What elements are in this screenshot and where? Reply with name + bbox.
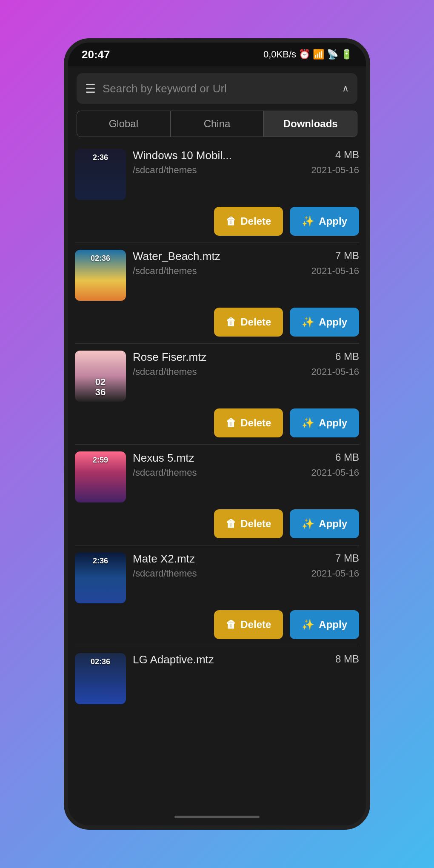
delete-icon: 🗑: [226, 417, 236, 429]
item-actions: 🗑 Delete ✨ Apply: [75, 408, 359, 437]
item-info: Mate X2.mtz 7 MB /sdcard/themes 2021-05-…: [133, 552, 359, 581]
thumb-inner: 2:36: [75, 149, 126, 200]
apply-icon: ✨: [302, 518, 314, 530]
thumb-inner: 02:36: [75, 653, 126, 704]
delete-icon: 🗑: [226, 619, 236, 631]
item-date: 2021-05-16: [311, 568, 359, 581]
apply-button[interactable]: ✨ Apply: [290, 207, 359, 236]
item-title-row: Nexus 5.mtz 6 MB: [133, 451, 359, 465]
delete-button[interactable]: 🗑 Delete: [214, 610, 283, 639]
thumbnail: 02:36: [75, 250, 126, 301]
chevron-up-icon[interactable]: ∧: [342, 83, 349, 94]
tab-downloads[interactable]: Downloads: [264, 111, 357, 137]
item-meta: /sdcard/themes 2021-05-16: [133, 568, 359, 581]
item-info: Rose Fiser.mtz 6 MB /sdcard/themes 2021-…: [133, 351, 359, 379]
item-title-row: Water_Beach.mtz 7 MB: [133, 250, 359, 263]
status-bar: 20:47 0,0KB/s ⏰ 📶 📡 🔋: [68, 43, 366, 66]
battery-icon: 🔋: [341, 49, 352, 60]
menu-icon[interactable]: ☰: [85, 82, 96, 96]
item-date: 2021-05-16: [311, 366, 359, 379]
item-title-row: Rose Fiser.mtz 6 MB: [133, 351, 359, 364]
search-bar[interactable]: ☰ Search by keyword or Url ∧: [77, 73, 357, 104]
thumb-clock: 2:36: [93, 557, 108, 565]
app-body: ☰ Search by keyword or Url ∧ Global Chin…: [68, 66, 366, 825]
thumb-clock: 02:36: [91, 657, 110, 666]
item-path: /sdcard/themes: [133, 165, 197, 176]
list-item: 0236 Rose Fiser.mtz 6 MB /sdcard/themes …: [75, 344, 359, 445]
downloads-list: 2:36 Windows 10 Mobil... 4 MB /sdcard/th…: [68, 142, 366, 808]
item-title-row: LG Adaptive.mtz 8 MB: [133, 653, 359, 666]
item-actions: 🗑 Delete ✨ Apply: [75, 308, 359, 337]
item-info: Windows 10 Mobil... 4 MB /sdcard/themes …: [133, 149, 359, 177]
apply-button[interactable]: ✨ Apply: [290, 610, 359, 639]
item-path: /sdcard/themes: [133, 568, 197, 579]
thumb-clock: 02:36: [91, 254, 110, 263]
item-path: /sdcard/themes: [133, 266, 197, 277]
delete-button[interactable]: 🗑 Delete: [214, 509, 283, 538]
item-top: 2:36 Windows 10 Mobil... 4 MB /sdcard/th…: [75, 149, 359, 200]
item-name: Water_Beach.mtz: [133, 250, 220, 263]
network-speed: 0,0KB/s: [263, 49, 296, 60]
delete-icon: 🗑: [226, 316, 236, 328]
delete-button[interactable]: 🗑 Delete: [214, 408, 283, 437]
apply-button[interactable]: ✨ Apply: [290, 308, 359, 337]
apply-icon: ✨: [302, 417, 314, 429]
home-indicator: [68, 808, 366, 825]
search-input[interactable]: Search by keyword or Url: [103, 82, 335, 95]
item-name: Nexus 5.mtz: [133, 451, 194, 465]
item-path: /sdcard/themes: [133, 467, 197, 478]
thumbnail: 2:59: [75, 451, 126, 503]
tab-global[interactable]: Global: [77, 111, 171, 137]
item-top: 2:36 Mate X2.mtz 7 MB /sdcard/themes 202…: [75, 552, 359, 603]
item-size: 7 MB: [335, 552, 359, 564]
item-actions: 🗑 Delete ✨ Apply: [75, 509, 359, 538]
thumbnail: 2:36: [75, 552, 126, 603]
thumb-inner: 2:59: [75, 451, 126, 503]
list-item: 02:36 Water_Beach.mtz 7 MB /sdcard/theme…: [75, 243, 359, 344]
thumb-inner: 02:36: [75, 250, 126, 301]
delete-button[interactable]: 🗑 Delete: [214, 308, 283, 337]
thumb-inner: 2:36: [75, 552, 126, 603]
apply-button[interactable]: ✨ Apply: [290, 509, 359, 538]
item-actions: 🗑 Delete ✨ Apply: [75, 207, 359, 236]
list-item: 2:36 Mate X2.mtz 7 MB /sdcard/themes 202…: [75, 545, 359, 646]
item-info: Water_Beach.mtz 7 MB /sdcard/themes 2021…: [133, 250, 359, 278]
delete-icon: 🗑: [226, 215, 236, 227]
item-size: 6 MB: [335, 351, 359, 363]
wifi-icon: 📡: [327, 49, 338, 60]
item-name: Rose Fiser.mtz: [133, 351, 206, 364]
item-size: 4 MB: [335, 149, 359, 161]
thumb-clock: 0236: [95, 377, 106, 397]
alarm-icon: ⏰: [299, 49, 310, 60]
apply-button[interactable]: ✨ Apply: [290, 408, 359, 437]
tab-china[interactable]: China: [171, 111, 264, 137]
signal-icon: 📶: [313, 49, 324, 60]
item-info: LG Adaptive.mtz 8 MB: [133, 653, 359, 669]
list-item: 02:36 LG Adaptive.mtz 8 MB: [75, 646, 359, 718]
thumb-clock: 2:36: [93, 153, 108, 162]
apply-icon: ✨: [302, 316, 314, 328]
thumb-inner: 0236: [75, 351, 126, 402]
phone-frame: 20:47 0,0KB/s ⏰ 📶 📡 🔋 ☰ Search by keywor…: [64, 38, 370, 830]
item-meta: /sdcard/themes 2021-05-16: [133, 266, 359, 278]
status-time: 20:47: [82, 48, 110, 61]
item-meta: /sdcard/themes 2021-05-16: [133, 467, 359, 480]
item-meta: /sdcard/themes 2021-05-16: [133, 165, 359, 177]
item-top: 02:36 LG Adaptive.mtz 8 MB: [75, 653, 359, 704]
delete-button[interactable]: 🗑 Delete: [214, 207, 283, 236]
apply-icon: ✨: [302, 215, 314, 227]
thumbnail: 2:36: [75, 149, 126, 200]
item-meta: /sdcard/themes 2021-05-16: [133, 366, 359, 379]
list-item: 2:36 Windows 10 Mobil... 4 MB /sdcard/th…: [75, 142, 359, 243]
thumb-clock: 2:59: [93, 456, 108, 465]
item-name: LG Adaptive.mtz: [133, 653, 214, 666]
item-name: Windows 10 Mobil...: [133, 149, 232, 162]
delete-icon: 🗑: [226, 518, 236, 530]
item-size: 6 MB: [335, 451, 359, 463]
thumbnail: 02:36: [75, 653, 126, 704]
list-item: 2:59 Nexus 5.mtz 6 MB /sdcard/themes 202…: [75, 445, 359, 545]
item-title-row: Windows 10 Mobil... 4 MB: [133, 149, 359, 162]
item-top: 2:59 Nexus 5.mtz 6 MB /sdcard/themes 202…: [75, 451, 359, 503]
item-size: 8 MB: [335, 653, 359, 665]
home-bar: [174, 816, 260, 818]
